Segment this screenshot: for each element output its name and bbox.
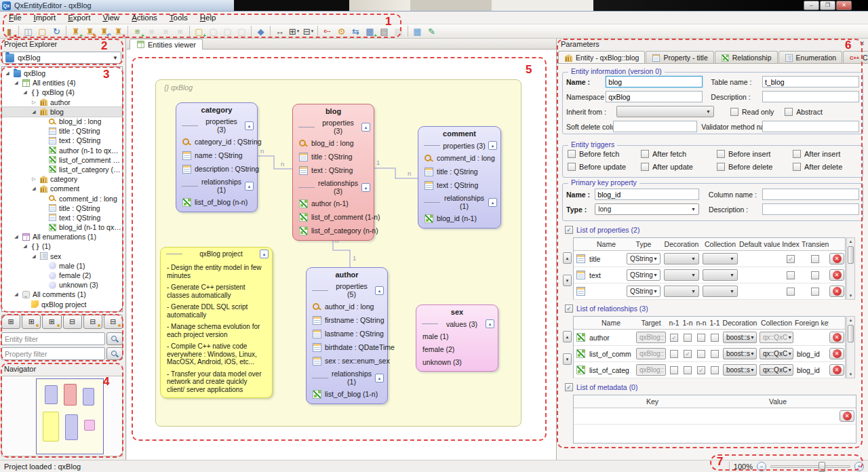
pk-description-input[interactable] xyxy=(762,203,859,215)
tab-entity-qxblog-blog[interactable]: Entity - qxBlog::blog xyxy=(558,51,645,64)
entity-filter-input[interactable] xyxy=(1,332,105,345)
validator-input[interactable] xyxy=(762,121,859,132)
cardinality-1-n-checkbox[interactable] xyxy=(684,334,692,342)
import-project-button[interactable]: ▢ xyxy=(35,25,50,38)
tree-item-author[interactable]: ▷author xyxy=(2,98,122,107)
cardinality-1-1-checkbox[interactable] xyxy=(711,350,719,358)
relationship-name-cell[interactable]: author xyxy=(587,334,635,342)
cardinality-n-n-checkbox[interactable] xyxy=(697,334,705,342)
menu-view[interactable]: View xyxy=(96,12,125,23)
scroll-up-icon[interactable]: ▲ xyxy=(848,239,854,243)
tree-expander-icon[interactable]: ◢ xyxy=(13,234,20,239)
generate-code-button[interactable]: ⚙ xyxy=(334,25,349,38)
menu-file[interactable]: File xyxy=(3,12,28,23)
tree-item-all-comments-1[interactable]: ◢All comments (1) xyxy=(2,290,122,299)
tree-item-female-2[interactable]: female (2) xyxy=(2,271,122,280)
inherit-from-dropdown[interactable]: ▼ xyxy=(616,106,714,117)
tab-c-preview[interactable]: C++C++ preview xyxy=(843,51,868,64)
scrollbar-thumb[interactable] xyxy=(848,246,854,264)
collapse-note-button[interactable]: ▴ xyxy=(260,250,269,258)
property-type-dropdown[interactable]: QString▼ xyxy=(625,286,662,297)
note-qxblog-project[interactable]: qxBlog project ▴ - Design the entity mod… xyxy=(160,247,273,398)
property-decoration-dropdown[interactable]: ▼ xyxy=(662,286,701,297)
tab-relationship[interactable]: Relationship xyxy=(715,51,778,64)
zoom-slider[interactable] xyxy=(770,465,850,468)
duplicate-enumeration-button[interactable]: ≡ xyxy=(159,25,173,38)
table-name-input[interactable] xyxy=(762,76,859,87)
before-delete-checkbox[interactable] xyxy=(717,163,725,171)
add-entity-button[interactable]: ♜+ xyxy=(68,25,83,38)
relationship-name-cell[interactable]: list_of_comm xyxy=(587,350,635,358)
scrollbar-thumb[interactable] xyxy=(848,325,854,342)
tree-item-blog-id-n-1-to-qxbl[interactable]: blog_id (n-1 to qxBl... xyxy=(2,222,122,232)
index-checkbox[interactable] xyxy=(787,271,795,279)
tab-enumeration[interactable]: Enumeration xyxy=(778,51,843,64)
collapse-section-button[interactable]: ▴ xyxy=(245,121,254,130)
delete-relationship-button[interactable]: ✕ xyxy=(829,364,844,376)
tree-expander-icon[interactable]: ◢ xyxy=(4,71,11,76)
property-decoration-dropdown[interactable]: ▼ xyxy=(662,269,701,281)
add-label-button[interactable]: ◆ xyxy=(254,25,268,38)
before-update-checkbox[interactable] xyxy=(568,163,576,171)
tree-item-comment[interactable]: ◢comment xyxy=(2,184,122,193)
export-database-button[interactable]: ▦+ xyxy=(363,25,377,38)
before-fetch-checkbox[interactable] xyxy=(568,150,576,158)
list-of-properties-checkbox[interactable] xyxy=(565,226,573,234)
after-update-checkbox[interactable] xyxy=(641,163,649,171)
add-comment-button[interactable]: ▢+ xyxy=(192,25,206,38)
list-of-relationships-checkbox[interactable] xyxy=(565,304,573,313)
tab-entities-viewer[interactable]: Entities viewer xyxy=(130,39,203,50)
zoom-in-button[interactable]: ⊞▾ xyxy=(287,25,301,38)
tree-expander-icon[interactable]: ◢ xyxy=(31,186,37,191)
tree-expander-icon[interactable]: ▷ xyxy=(31,176,37,182)
edit-diagram-button[interactable]: ✎ xyxy=(425,25,439,38)
menu-help[interactable]: Help xyxy=(194,12,222,23)
collapse-section-button[interactable]: ▴ xyxy=(361,123,370,132)
tree-expander-icon[interactable]: ◢ xyxy=(31,254,37,259)
export-cpp-button[interactable]: c-- xyxy=(320,25,334,38)
delete-property-button[interactable]: ✕ xyxy=(829,286,844,297)
collapse-section-button[interactable]: ▴ xyxy=(375,374,384,382)
tree-item-all-enumerations-1[interactable]: ◢All enumerations (1) xyxy=(2,232,122,241)
foreign-key-cell[interactable]: blog_id xyxy=(795,350,829,358)
edit-enumeration-button[interactable]: ≡ xyxy=(144,25,159,38)
entity-sex[interactable]: sexvalues (3)▴male (1)female (2)unknown … xyxy=(416,304,498,372)
tree-item-sex[interactable]: ◢sex xyxy=(2,252,122,261)
target-dropdown[interactable]: qxBlog::▼ xyxy=(635,364,667,376)
menu-tools[interactable]: Tools xyxy=(163,12,194,23)
property-type-dropdown[interactable]: QString▼ xyxy=(625,253,662,264)
network-services-button[interactable]: ⇆ xyxy=(349,25,363,38)
property-filter-search-button[interactable] xyxy=(106,347,123,360)
tree-item-category[interactable]: ▷category xyxy=(2,174,122,184)
index-checkbox[interactable] xyxy=(787,288,795,296)
tree-item-comment-id-long[interactable]: comment_id : long xyxy=(2,193,122,203)
description-input[interactable] xyxy=(762,91,859,102)
collapse-section-button[interactable]: ▴ xyxy=(486,319,494,328)
property-filter-input[interactable] xyxy=(1,347,105,360)
menu-export[interactable]: Export xyxy=(62,12,96,23)
delete-property-button[interactable]: ✕ xyxy=(829,269,844,281)
tree-expander-icon[interactable]: ◢ xyxy=(13,292,20,297)
cardinality-1-1-checkbox[interactable] xyxy=(711,334,719,342)
tab-property-title[interactable]: Property - title xyxy=(646,51,713,64)
delete-relationship-button[interactable]: ✕ xyxy=(829,332,844,343)
cardinality-n-n-checkbox[interactable] xyxy=(697,350,705,358)
namespace-input[interactable] xyxy=(606,91,703,102)
zoom-out-button[interactable]: − xyxy=(757,462,766,471)
tree-item-all-entities-4[interactable]: ◢All entities (4) xyxy=(2,78,122,87)
tree-expander-icon[interactable]: ◢ xyxy=(22,243,28,249)
collection-dropdown[interactable]: qx::QxC▼ xyxy=(758,332,795,343)
tree-item-qxblog[interactable]: ◢qxBlog xyxy=(2,68,122,78)
move-row-up-button[interactable]: ▲ xyxy=(563,252,572,264)
tree-item-text-qstring[interactable]: text : QString xyxy=(2,136,122,145)
refresh-project-button[interactable]: ↻ xyxy=(50,25,64,38)
tree-item-unknown-3[interactable]: unknown (3) xyxy=(2,280,122,290)
collapse-section-button[interactable]: ▴ xyxy=(245,182,254,191)
entity-name-input[interactable] xyxy=(606,76,703,87)
tree-item-1[interactable]: ◢{ }(1) xyxy=(2,241,122,251)
cardinality-n-1-checkbox[interactable] xyxy=(670,350,678,358)
cardinality-n-1-checkbox[interactable] xyxy=(670,366,678,374)
read-only-checkbox[interactable] xyxy=(730,108,738,116)
cardinality-1-n-checkbox[interactable] xyxy=(684,350,692,358)
property-name-cell[interactable]: text xyxy=(587,271,625,279)
